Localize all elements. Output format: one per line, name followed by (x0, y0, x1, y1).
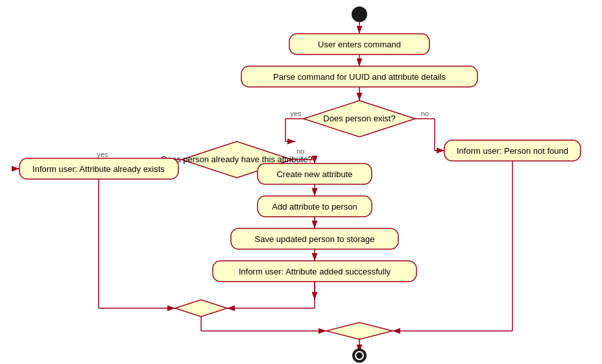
label-add-attr: Add attribute to person (272, 202, 357, 212)
label-yes-exist: yes (290, 110, 302, 117)
label-create-attr: Create new attribute (276, 169, 352, 179)
label-user-enters-command: User enters command (318, 40, 401, 49)
label-save-storage: Save updated person to storage (254, 234, 374, 244)
label-no-exist: no (421, 110, 429, 117)
label-parse-command: Parse command for UUID and attribute det… (273, 72, 446, 82)
end-node-center (356, 352, 363, 359)
label-person-exist: Does person exist? (323, 114, 395, 123)
label-yes-attr: yes (97, 151, 108, 158)
label-attr-exists: Inform user: Attribute already exists (32, 164, 165, 174)
label-no-attr: no (296, 147, 304, 155)
label-not-found: Inform user: Person not found (457, 146, 568, 156)
start-node (352, 6, 367, 22)
label-attr-exist: Does person already have this attribute? (161, 154, 312, 164)
label-success: Inform user: Attribute added successfull… (239, 267, 391, 276)
